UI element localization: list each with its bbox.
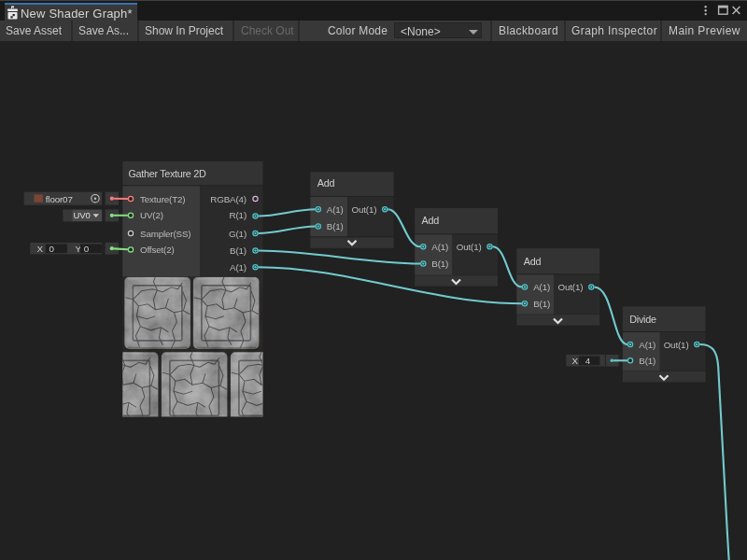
svg-text:B(1): B(1) [327, 221, 344, 231]
svg-text:Add: Add [422, 215, 440, 226]
svg-text:B(1): B(1) [639, 356, 655, 366]
svg-text:B(1): B(1) [533, 299, 550, 309]
svg-text:Out(1): Out(1) [457, 242, 482, 252]
svg-text:Add: Add [524, 256, 542, 267]
svg-text:X: X [572, 356, 579, 366]
svg-text:4: 4 [585, 356, 591, 366]
svg-text:X: X [37, 244, 44, 254]
svg-text:A(1): A(1) [431, 242, 448, 252]
svg-text:A(1): A(1) [327, 204, 344, 215]
svg-text:Offset(2): Offset(2) [140, 245, 175, 255]
svg-text:Sampler(SS): Sampler(SS) [140, 229, 190, 239]
svg-text:UV0: UV0 [74, 210, 91, 220]
svg-text:G(1): G(1) [229, 229, 247, 239]
svg-text:Texture(T2): Texture(T2) [140, 194, 185, 204]
svg-text:B(1): B(1) [431, 259, 448, 269]
svg-text:Divide: Divide [629, 314, 656, 325]
svg-text:Add: Add [317, 177, 335, 189]
svg-text:UV(2): UV(2) [140, 210, 163, 220]
svg-text:floor07: floor07 [46, 194, 73, 204]
svg-text:RGBA(4): RGBA(4) [210, 194, 247, 204]
svg-text:A(1): A(1) [639, 340, 655, 350]
svg-text:Gather Texture 2D: Gather Texture 2D [129, 168, 206, 179]
svg-text:R(1): R(1) [230, 210, 247, 220]
svg-text:0: 0 [84, 244, 90, 254]
svg-text:A(1): A(1) [230, 262, 247, 273]
svg-text:Out(1): Out(1) [351, 204, 376, 215]
svg-text:Out(1): Out(1) [664, 340, 689, 350]
svg-text:A(1): A(1) [533, 282, 550, 292]
svg-text:B(1): B(1) [230, 245, 247, 256]
svg-text:0: 0 [49, 244, 55, 254]
svg-text:Out(1): Out(1) [558, 282, 584, 292]
